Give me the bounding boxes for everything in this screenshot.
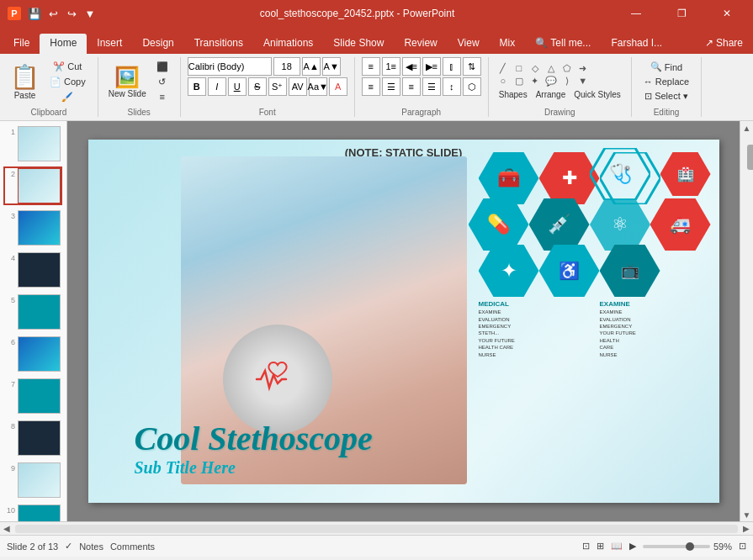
shape-chevron[interactable]: ⟩ [559, 75, 575, 87]
slide-preview-2[interactable] [18, 168, 61, 203]
view-slide-sorter-icon[interactable]: ⊞ [597, 541, 604, 552]
scroll-right-arrow[interactable]: ▶ [740, 522, 753, 536]
paste-button[interactable]: 📋 Paste [7, 61, 43, 102]
scroll-thumb[interactable] [747, 145, 754, 170]
scroll-down-arrow[interactable]: ▼ [740, 508, 754, 521]
tab-file[interactable]: File [3, 34, 40, 54]
notes-button[interactable]: Notes [79, 542, 103, 552]
zoom-slider-thumb[interactable] [686, 542, 694, 551]
smartart-button[interactable]: ⬡ [463, 77, 481, 96]
justify-button[interactable]: ☰ [422, 77, 441, 96]
slide-thumb-1[interactable]: 1 [3, 124, 62, 163]
accessibility-icon[interactable]: ✓ [65, 541, 72, 552]
slide-preview-8[interactable] [18, 420, 61, 456]
shape-callout[interactable]: 💬 [544, 75, 559, 87]
restore-button[interactable]: ❐ [662, 0, 701, 27]
decrease-indent-button[interactable]: ◀≡ [402, 57, 421, 76]
vertical-scrollbar[interactable]: ▲ ▼ [740, 121, 753, 521]
tab-farshad[interactable]: Farshad I... [601, 34, 672, 54]
numbering-button[interactable]: 1≡ [382, 57, 400, 76]
slide-panel[interactable]: 1 2 3 4 5 6 7 8 [0, 121, 67, 521]
format-painter-button[interactable]: 🖌️ [45, 90, 91, 104]
new-slide-button[interactable]: 🖼️ New Slide [105, 64, 150, 100]
slide-thumb-2[interactable]: 2 [3, 166, 62, 205]
font-name-input[interactable] [188, 57, 272, 76]
close-button[interactable]: ✕ [708, 0, 746, 27]
cut-button[interactable]: ✂️ Cut [45, 60, 91, 74]
save-quick-icon[interactable]: 💾 [27, 6, 42, 21]
scroll-left-arrow[interactable]: ◀ [0, 522, 13, 536]
slide-thumb-10[interactable]: 10 [3, 503, 62, 521]
tab-animations[interactable]: Animations [253, 34, 323, 54]
comments-button[interactable]: Comments [110, 542, 155, 552]
shape-line[interactable]: ╱ [496, 62, 511, 74]
columns-button[interactable]: ⫿ [443, 57, 461, 76]
align-left-button[interactable]: ≡ [362, 77, 380, 96]
char-spacing-button[interactable]: AV [289, 77, 307, 96]
shape-star[interactable]: ✦ [528, 75, 543, 87]
font-size-dec-button[interactable]: A▼ [322, 57, 341, 76]
arrange-button[interactable]: Arrange [533, 88, 570, 101]
shadow-button[interactable]: S⁺ [268, 77, 287, 96]
strikethrough-button[interactable]: S [248, 77, 267, 96]
shape-diamond[interactable]: ◇ [528, 62, 543, 74]
shapes-more[interactable]: ▼ [575, 75, 591, 87]
minimize-button[interactable]: — [617, 0, 655, 27]
customize-quick-icon[interactable]: ▼ [82, 6, 98, 21]
tab-tell[interactable]: 🔍 Tell me... [525, 34, 601, 54]
shape-rect[interactable]: □ [512, 62, 527, 74]
zoom-slider[interactable] [643, 545, 710, 548]
slide-thumb-3[interactable]: 3 [3, 209, 62, 247]
layout-button[interactable]: ⬛ [151, 60, 173, 74]
slide-canvas[interactable]: (NOTE: STATIC SLIDE) 🧰 ✚ [88, 140, 719, 503]
underline-button[interactable]: U [228, 77, 247, 96]
font-size-inc-button[interactable]: A▲ [302, 57, 321, 76]
replace-button[interactable]: ↔ Replace [639, 75, 694, 88]
fit-slide-button[interactable]: ⊡ [739, 541, 746, 552]
slide-thumb-8[interactable]: 8 [3, 419, 62, 457]
tab-mix[interactable]: Mix [490, 34, 526, 54]
tab-design[interactable]: Design [132, 34, 183, 54]
slide-preview-10[interactable] [18, 505, 61, 521]
tab-home[interactable]: Home [40, 34, 87, 54]
redo-quick-icon[interactable]: ↪ [64, 6, 79, 21]
change-case-button[interactable]: Aa▼ [309, 77, 327, 96]
canvas-area[interactable]: (NOTE: STATIC SLIDE) 🧰 ✚ [67, 121, 740, 521]
slide-preview-5[interactable] [18, 294, 61, 330]
shape-rounded-rect[interactable]: ▢ [512, 75, 527, 87]
tab-transitions[interactable]: Transitions [184, 34, 253, 54]
align-center-button[interactable]: ☰ [382, 77, 400, 96]
tab-review[interactable]: Review [394, 34, 447, 54]
slide-thumb-9[interactable]: 9 [3, 461, 62, 499]
copy-button[interactable]: 📄 Copy [45, 75, 91, 89]
slide-preview-7[interactable] [18, 378, 61, 414]
find-button[interactable]: 🔍 Find [639, 60, 694, 74]
bullets-button[interactable]: ≡ [362, 57, 380, 76]
reset-button[interactable]: ↺ [151, 75, 173, 89]
align-right-button[interactable]: ≡ [402, 77, 421, 96]
slide-preview-9[interactable] [18, 462, 61, 498]
quick-styles-button[interactable]: Quick Styles [570, 88, 624, 101]
shape-pentagon[interactable]: ⬠ [559, 62, 575, 74]
scroll-up-arrow[interactable]: ▲ [740, 121, 754, 135]
line-spacing-button[interactable]: ↕ [443, 77, 461, 96]
slide-preview-1[interactable] [18, 126, 61, 161]
undo-quick-icon[interactable]: ↩ [45, 6, 61, 21]
h-scroll-track[interactable] [15, 525, 738, 533]
slide-thumb-4[interactable]: 4 [3, 251, 62, 289]
shape-arrow[interactable]: ➜ [575, 62, 591, 74]
font-color-button[interactable]: A [329, 77, 347, 96]
view-slideshow-icon[interactable]: ▶ [629, 541, 636, 552]
slide-preview-3[interactable] [18, 210, 61, 246]
slide-thumb-6[interactable]: 6 [3, 335, 62, 373]
tab-insert[interactable]: Insert [87, 34, 132, 54]
view-normal-icon[interactable]: ⊡ [582, 541, 590, 552]
shapes-button[interactable]: Shapes [496, 88, 531, 101]
shape-triangle[interactable]: △ [544, 62, 559, 74]
view-reading-icon[interactable]: 📖 [611, 541, 623, 552]
italic-button[interactable]: I [208, 77, 226, 96]
tab-view[interactable]: View [448, 34, 490, 54]
slide-preview-4[interactable] [18, 252, 61, 288]
tab-slideshow[interactable]: Slide Show [323, 34, 394, 54]
horizontal-scrollbar[interactable]: ◀ ▶ [0, 521, 753, 535]
